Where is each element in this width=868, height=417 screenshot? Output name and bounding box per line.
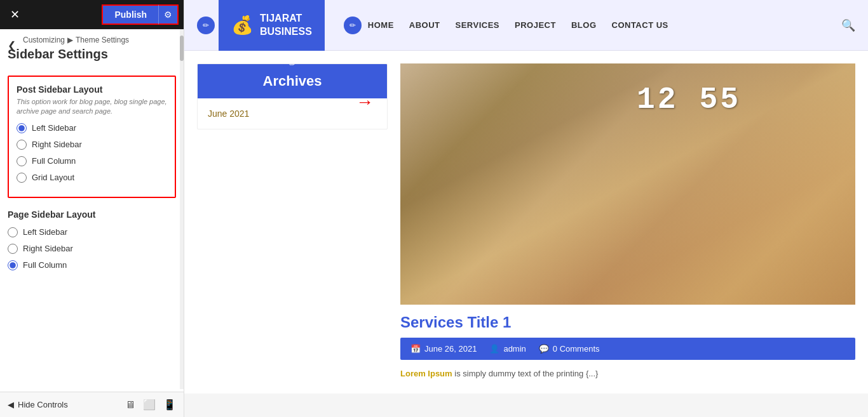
scroll-thumb xyxy=(180,36,184,61)
desk-overlay xyxy=(400,63,855,305)
hide-controls-label: Hide Controls xyxy=(18,400,68,409)
post-grid-layout-label: Grid Layout xyxy=(32,173,74,182)
breadcrumb-parent: Customizing xyxy=(23,36,65,44)
post-sidebar-title: Post Sidebar Layout xyxy=(17,84,167,95)
comments-text: 0 Comments xyxy=(553,344,600,354)
page-right-sidebar-radio[interactable] xyxy=(8,244,18,254)
excerpt-highlight: Lorem Ipsum xyxy=(400,369,452,378)
page-full-column-label: Full Column xyxy=(23,260,67,270)
publish-button[interactable]: Publish xyxy=(102,4,158,25)
excerpt-dots: {...} xyxy=(586,369,599,378)
nav-contact[interactable]: CONTACT US xyxy=(612,20,668,30)
mobile-icon[interactable]: 📱 xyxy=(163,399,176,411)
right-panel: ✏ 💰 TIJARAT BUSINESS ✏ HOME ABOUT SERVIC… xyxy=(184,0,868,417)
excerpt-rest: is simply dummy text of the printing xyxy=(452,369,586,378)
page-full-column-radio[interactable] xyxy=(8,260,18,270)
widget-body: June 2021 xyxy=(198,98,387,129)
article-title[interactable]: Services Title 1 xyxy=(400,314,855,331)
hide-controls-button[interactable]: ◀ Hide Controls xyxy=(8,400,68,409)
archives-widget: ✏ Archives June 2021 xyxy=(197,63,388,129)
breadcrumb-separator: ▶ xyxy=(67,36,73,44)
logo-box: 💰 TIJARAT BUSINESS xyxy=(219,0,325,51)
user-icon: 👤 xyxy=(489,344,499,354)
comment-icon: 💬 xyxy=(539,344,549,354)
post-right-sidebar-label: Right Sidebar xyxy=(32,140,82,149)
post-grid-layout-radio[interactable] xyxy=(17,173,27,183)
post-sidebar-desc: This option work for blog page, blog sin… xyxy=(17,97,167,117)
post-sidebar-section: Post Sidebar Layout This option work for… xyxy=(8,76,176,198)
meta-author: 👤 admin xyxy=(489,344,526,354)
breadcrumb: Customizing ▶ Theme Settings xyxy=(0,29,184,47)
article-meta: 📅 June 26, 2021 👤 admin 💬 0 Comments xyxy=(400,338,855,360)
bottom-bar: ◀ Hide Controls 🖥 ⬜ 📱 xyxy=(0,392,184,417)
nav-about[interactable]: ABOUT xyxy=(409,20,440,30)
settings-content: Post Sidebar Layout This option work for… xyxy=(0,69,184,392)
archive-june-2021[interactable]: June 2021 xyxy=(208,109,377,119)
back-button[interactable]: ❮ xyxy=(5,37,18,54)
site-content: ✏ Archives June 2021 12 55 Services Titl… xyxy=(184,51,868,394)
date-text: June 26, 2021 xyxy=(424,344,477,354)
post-left-sidebar-radio[interactable] xyxy=(17,123,27,133)
page-left-sidebar-radio[interactable] xyxy=(8,227,18,237)
logo-icon: 💰 xyxy=(231,15,254,36)
post-left-sidebar-label: Left Sidebar xyxy=(32,123,76,133)
article-excerpt: Lorem Ipsum is simply dummy text of the … xyxy=(400,367,855,381)
page-sidebar-section: Page Sidebar Layout Left Sidebar Right S… xyxy=(8,209,176,270)
left-panel: ✕ Publish ⚙ ❮ Customizing ▶ Theme Settin… xyxy=(0,0,184,417)
meta-comments: 💬 0 Comments xyxy=(539,344,600,354)
site-header: ✏ 💰 TIJARAT BUSINESS ✏ HOME ABOUT SERVIC… xyxy=(184,0,868,51)
gear-button[interactable]: ⚙ xyxy=(158,4,179,25)
page-left-sidebar-option[interactable]: Left Sidebar xyxy=(8,227,176,237)
logo-edit-button[interactable]: ✏ xyxy=(197,17,215,34)
nav-home[interactable]: HOME xyxy=(368,20,394,30)
content-sidebar: ✏ Archives June 2021 xyxy=(197,63,388,381)
calendar-icon: 📅 xyxy=(410,344,421,354)
close-button[interactable]: ✕ xyxy=(5,5,25,24)
clock-display: 12 55 xyxy=(637,83,741,117)
page-right-sidebar-option[interactable]: Right Sidebar xyxy=(8,244,176,254)
author-text: admin xyxy=(503,344,526,354)
post-full-column-radio[interactable] xyxy=(17,156,27,166)
nav-project[interactable]: PROJECT xyxy=(515,20,556,30)
nav-edit-button[interactable]: ✏ xyxy=(344,17,362,34)
meta-date: 📅 June 26, 2021 xyxy=(410,344,477,354)
site-nav: HOME ABOUT SERVICES PROJECT BLOG CONTACT… xyxy=(368,20,841,30)
content-main: 12 55 Services Title 1 📅 June 26, 2021 👤… xyxy=(400,63,855,381)
page-sidebar-title: Page Sidebar Layout xyxy=(8,209,176,220)
scrollbar[interactable] xyxy=(180,29,184,389)
publish-area: Publish ⚙ xyxy=(102,4,179,25)
top-toolbar: ✕ Publish ⚙ xyxy=(0,0,184,29)
desktop-icon[interactable]: 🖥 xyxy=(125,399,135,411)
post-full-column-option[interactable]: Full Column xyxy=(17,156,167,166)
device-icons: 🖥 ⬜ 📱 xyxy=(125,399,176,411)
tablet-icon[interactable]: ⬜ xyxy=(143,399,156,411)
post-full-column-label: Full Column xyxy=(32,156,76,166)
logo-text: TIJARAT BUSINESS xyxy=(260,12,312,39)
breadcrumb-current: Theme Settings xyxy=(76,36,129,44)
nav-services[interactable]: SERVICES xyxy=(456,20,500,30)
page-right-sidebar-label: Right Sidebar xyxy=(23,244,73,253)
panel-title: Sidebar Settings xyxy=(0,47,184,69)
search-icon[interactable]: 🔍 xyxy=(841,18,855,32)
article-image: 12 55 xyxy=(400,63,855,305)
post-right-sidebar-radio[interactable] xyxy=(17,140,27,150)
post-right-sidebar-option[interactable]: Right Sidebar xyxy=(17,140,167,150)
page-full-column-option[interactable]: Full Column xyxy=(8,260,176,270)
post-left-sidebar-option[interactable]: Left Sidebar xyxy=(17,123,167,133)
hide-icon: ◀ xyxy=(8,400,14,409)
nav-blog[interactable]: BLOG xyxy=(571,20,597,30)
page-left-sidebar-label: Left Sidebar xyxy=(23,227,67,237)
post-grid-layout-option[interactable]: Grid Layout xyxy=(17,173,167,183)
